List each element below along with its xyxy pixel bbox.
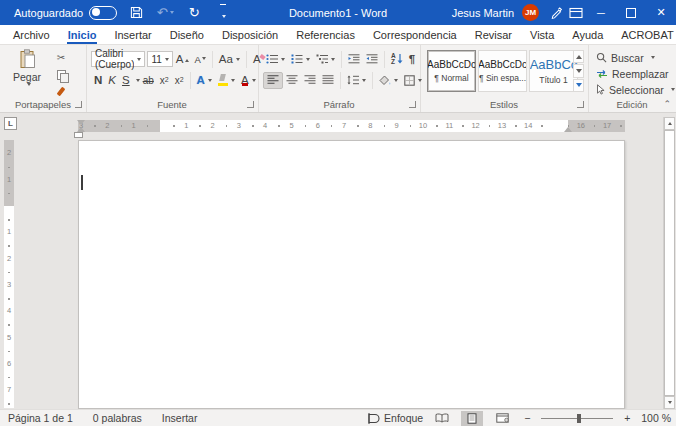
cut-button[interactable]: ✂ — [52, 50, 70, 65]
undo-dropdown-icon[interactable] — [170, 11, 174, 14]
draw-pen-button[interactable] — [546, 3, 566, 23]
vertical-scrollbar[interactable] — [663, 117, 675, 409]
line-spacing-dropdown-icon[interactable] — [362, 79, 366, 82]
font-size-combo[interactable]: 11 — [147, 51, 172, 67]
tab-vista[interactable]: Vista — [521, 25, 563, 44]
tab-stop-selector[interactable]: L — [4, 117, 17, 130]
style-card-ti-tulo-1[interactable]: AaBbCcTítulo 1 — [529, 50, 578, 92]
zoom-level[interactable]: 100 % — [641, 412, 671, 424]
decrease-indent-button[interactable] — [345, 51, 363, 68]
font-color-dropdown-icon[interactable] — [252, 79, 256, 82]
change-case-button[interactable]: Aa — [216, 51, 243, 68]
tab-correspondencia[interactable]: Correspondencia — [364, 25, 466, 44]
align-center-button[interactable] — [283, 72, 301, 89]
style-card-sin-espa[interactable]: AaBbCcDc¶ Sin espa... — [478, 50, 527, 92]
tab-insertar[interactable]: Insertar — [105, 25, 160, 44]
user-name[interactable]: Jesus Martin — [452, 7, 514, 19]
styles-scroll-down-button[interactable] — [573, 64, 584, 77]
close-button[interactable]: ✕ — [646, 0, 676, 25]
save-button[interactable] — [126, 3, 146, 23]
first-line-indent-marker[interactable] — [77, 120, 85, 125]
bullets-button[interactable] — [263, 51, 288, 68]
strikethrough-button[interactable]: ab — [140, 72, 157, 89]
multilevel-list-dropdown-icon[interactable] — [331, 58, 335, 61]
right-indent-marker[interactable] — [564, 127, 572, 132]
subscript-button[interactable]: x2 — [157, 72, 172, 89]
paste-button[interactable]: Pegar — [8, 49, 46, 99]
sort-button[interactable]: AZ — [388, 51, 406, 68]
tab-referencias[interactable]: Referencias — [287, 25, 364, 44]
scrollbar-thumb[interactable] — [664, 130, 675, 396]
numbering-button[interactable] — [288, 51, 313, 68]
autosave-switch-icon[interactable] — [89, 6, 117, 20]
shading-dropdown-icon[interactable] — [394, 79, 398, 82]
customize-qat-button[interactable] — [213, 3, 233, 23]
format-painter-button[interactable] — [52, 84, 70, 99]
show-marks-button[interactable]: ¶ — [406, 51, 418, 68]
scroll-up-button[interactable] — [664, 117, 675, 130]
zoom-slider[interactable] — [541, 411, 613, 426]
highlight-button[interactable] — [215, 72, 238, 89]
document-page[interactable] — [78, 140, 625, 409]
page-number-status[interactable]: Página 1 de 1 — [8, 412, 73, 424]
align-right-button[interactable] — [301, 72, 319, 89]
tab-archivo[interactable]: Archivo — [4, 25, 59, 44]
replace-button[interactable]: Reemplazar — [596, 67, 675, 80]
styles-gallery-more-button[interactable] — [573, 79, 584, 92]
bold-button[interactable]: N — [91, 72, 105, 89]
underline-button[interactable]: S — [119, 72, 133, 89]
find-button[interactable]: Buscar — [596, 51, 675, 64]
focus-mode-button[interactable]: Enfoque — [367, 412, 423, 424]
ribbon-display-options-button[interactable] — [566, 3, 586, 23]
insert-mode-status[interactable]: Insertar — [162, 412, 198, 424]
tab-revisar[interactable]: Revisar — [466, 25, 521, 44]
shrink-font-button[interactable]: A — [192, 51, 209, 68]
align-left-button[interactable] — [263, 72, 283, 89]
grow-font-button[interactable]: A — [173, 51, 192, 68]
zoom-in-button[interactable]: + — [621, 412, 633, 424]
font-dialog-launcher-icon[interactable] — [247, 101, 254, 108]
find-dropdown-icon[interactable] — [651, 56, 655, 59]
zoom-out-button[interactable]: − — [521, 412, 533, 424]
horizontal-ruler[interactable]: 32112345678910111213141617 — [78, 120, 625, 132]
line-spacing-button[interactable] — [344, 72, 369, 89]
scroll-down-button[interactable] — [664, 396, 675, 409]
avatar[interactable]: JM — [522, 4, 539, 21]
increase-indent-button[interactable] — [363, 51, 381, 68]
italic-button[interactable]: K — [105, 72, 119, 89]
superscript-button[interactable]: x2 — [172, 72, 187, 89]
highlight-dropdown-icon[interactable] — [231, 79, 235, 82]
justify-button[interactable] — [319, 72, 337, 89]
numbering-dropdown-icon[interactable] — [306, 58, 310, 61]
zoom-slider-thumb[interactable] — [577, 414, 581, 423]
text-effects-dropdown-icon[interactable] — [208, 79, 212, 82]
font-color-button[interactable]: A — [238, 72, 259, 89]
font-family-combo[interactable]: Calibri (Cuerpo) — [91, 51, 145, 67]
tab-ayuda[interactable]: Ayuda — [563, 25, 612, 44]
print-layout-view-button[interactable] — [461, 411, 483, 426]
tab-inicio[interactable]: Inicio — [59, 25, 106, 44]
left-indent-marker[interactable] — [74, 132, 83, 138]
tab-acrobat[interactable]: ACROBAT — [612, 25, 676, 44]
redo-button[interactable]: ↻ — [184, 3, 204, 23]
tab-disen-o[interactable]: Diseño — [161, 25, 213, 44]
clipboard-dialog-launcher-icon[interactable] — [75, 101, 82, 108]
copy-button[interactable] — [52, 67, 70, 82]
undo-button[interactable]: ↶ — [155, 3, 175, 23]
paragraph-dialog-launcher-icon[interactable] — [409, 101, 416, 108]
styles-scroll-up-button[interactable] — [573, 50, 584, 63]
minimize-button[interactable]: ─ — [586, 0, 616, 25]
shading-button[interactable] — [376, 72, 401, 89]
style-card-normal[interactable]: AaBbCcDc¶ Normal — [427, 50, 476, 92]
select-button[interactable]: Seleccionar — [596, 83, 675, 96]
read-mode-view-button[interactable] — [431, 411, 453, 426]
tab-disposicio-n[interactable]: Disposición — [213, 25, 287, 44]
select-dropdown-icon[interactable] — [671, 88, 675, 91]
collapse-ribbon-button[interactable]: ⌃ — [663, 99, 671, 109]
autosave-toggle[interactable]: Autoguardado — [14, 6, 117, 20]
bullets-dropdown-icon[interactable] — [281, 58, 285, 61]
maximize-button[interactable] — [616, 0, 646, 25]
word-count-status[interactable]: 0 palabras — [93, 412, 142, 424]
styles-dialog-launcher-icon[interactable] — [577, 101, 584, 108]
paste-dropdown-icon[interactable] — [27, 83, 31, 86]
